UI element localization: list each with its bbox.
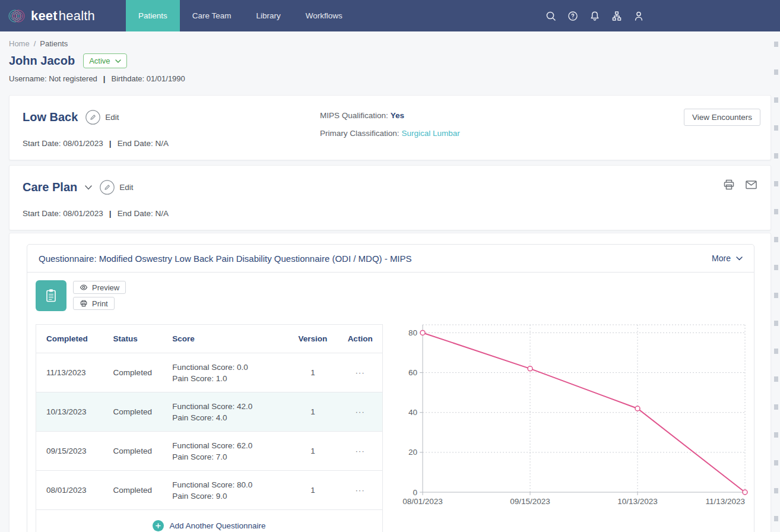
questionnaire-title: Questionnaire: Modified Oswestry Low Bac…: [39, 254, 412, 264]
questionnaire-panel: Questionnaire: Modified Oswestry Low Bac…: [27, 244, 754, 532]
questionnaire-tile: [36, 280, 66, 311]
brand[interactable]: keethealth: [0, 0, 126, 31]
row-actions-menu[interactable]: ···: [338, 368, 382, 377]
table-body: 11/13/2023 Completed Functional Score: 0…: [36, 353, 382, 509]
nav-tab-care-team[interactable]: Care Team: [180, 0, 244, 31]
cell-version: 1: [288, 446, 338, 455]
breadcrumb-home[interactable]: Home: [9, 39, 30, 48]
org-chart-icon[interactable]: [611, 10, 623, 22]
cell-completed: 11/13/2023: [36, 368, 113, 377]
care-plan-card: Care Plan Edit Start Date: 08/01/2023 | …: [9, 165, 771, 230]
help-icon[interactable]: [567, 10, 579, 22]
preview-label: Preview: [92, 283, 119, 292]
care-plan-title-row: Care Plan Edit: [23, 180, 134, 195]
cell-status: Completed: [113, 446, 173, 455]
care-plan-chevron-icon[interactable]: [85, 185, 92, 190]
search-icon[interactable]: [545, 10, 557, 22]
column-header-completed: Completed: [36, 334, 113, 343]
nav-icons: [545, 0, 645, 31]
mips-value: Yes: [391, 111, 404, 120]
cell-completed: 09/15/2023: [36, 446, 113, 455]
print-icon[interactable]: [722, 178, 735, 191]
print-button[interactable]: Print: [73, 297, 115, 310]
edit-episode-label: Edit: [105, 113, 119, 122]
dates-separator: |: [109, 209, 112, 218]
table-row: 09/15/2023 Completed Functional Score: 6…: [36, 431, 382, 470]
eye-icon: [80, 283, 88, 292]
patient-page: keethealth Patients Care Team Library Wo…: [0, 0, 780, 532]
questionnaire-header: Questionnaire: Modified Oswestry Low Bac…: [27, 245, 754, 273]
care-plan-actions: [722, 178, 758, 191]
classification-label: Primary Classification:: [320, 129, 399, 138]
keet-logo-icon: [8, 7, 26, 25]
care-plan-dates: Start Date: 08/01/2023 | End Date: N/A: [23, 209, 169, 218]
brand-name: keethealth: [31, 8, 95, 24]
add-questionnaire-button[interactable]: Add Another Questionnaire: [153, 520, 265, 531]
top-navbar: keethealth Patients Care Team Library Wo…: [0, 0, 780, 31]
patient-status-dropdown[interactable]: Active: [83, 53, 126, 68]
table-row: 08/01/2023 Completed Functional Score: 8…: [36, 470, 382, 509]
svg-text:40: 40: [408, 408, 417, 417]
svg-text:09/15/2023: 09/15/2023: [510, 497, 550, 506]
column-header-status: Status: [113, 334, 173, 343]
table-header-row: Completed Status Score Version Action: [36, 325, 382, 353]
primary-classification: Primary Classification:Surgical Lumbar: [320, 129, 460, 138]
cell-score: Functional Score: 80.0Pain Score: 9.0: [172, 479, 287, 502]
cell-status: Completed: [113, 407, 173, 416]
edit-care-plan-label: Edit: [119, 183, 133, 192]
care-plan-end-date: End Date: N/A: [118, 209, 169, 218]
nav-tab-library[interactable]: Library: [244, 0, 293, 31]
table-row: 10/13/2023 Completed Functional Score: 4…: [36, 392, 382, 431]
edit-care-plan-button[interactable]: Edit: [100, 180, 133, 195]
row-actions-menu[interactable]: ···: [338, 486, 382, 495]
nav-tab-workflows[interactable]: Workflows: [293, 0, 355, 31]
episode-card: Low Back Edit Start Date: 08/01/2023 | E…: [9, 95, 771, 160]
svg-text:20: 20: [408, 448, 417, 457]
patient-name: John Jacob: [9, 54, 75, 68]
edit-episode-button[interactable]: Edit: [85, 110, 119, 125]
profile-icon[interactable]: [633, 10, 645, 22]
episode-start-date: Start Date: 08/01/2023: [23, 139, 103, 148]
patient-header: John Jacob Active: [9, 53, 127, 68]
mips-qualification: MIPS Qualification:Yes: [320, 111, 460, 120]
content-card: Questionnaire: Modified Oswestry Low Bac…: [9, 233, 771, 532]
cell-version: 1: [288, 368, 338, 377]
questionnaire-actions: Preview Print: [73, 281, 126, 310]
cell-completed: 10/13/2023: [36, 407, 113, 416]
episode-end-date: End Date: N/A: [118, 139, 169, 148]
episode-title: Low Back: [23, 110, 78, 124]
print-label: Print: [92, 299, 108, 308]
svg-text:10/13/2023: 10/13/2023: [617, 497, 658, 506]
care-plan-start-date: Start Date: 08/01/2023: [23, 209, 103, 218]
svg-text:11/13/2023: 11/13/2023: [705, 497, 745, 506]
breadcrumb-current: Patients: [40, 39, 68, 48]
cell-version: 1: [288, 486, 338, 495]
episode-title-row: Low Back Edit: [23, 110, 119, 125]
meta-separator: |: [103, 74, 106, 83]
mips-label: MIPS Qualification:: [320, 111, 388, 120]
svg-text:60: 60: [408, 368, 417, 377]
email-icon[interactable]: [744, 178, 758, 191]
classification-value[interactable]: Surgical Lumbar: [402, 129, 460, 138]
breadcrumb-separator: /: [34, 39, 36, 48]
patient-username: Username: Not registered: [9, 74, 97, 83]
notifications-icon[interactable]: [589, 10, 601, 22]
view-encounters-button[interactable]: View Encounters: [684, 109, 760, 126]
page-scrollbar[interactable]: [774, 42, 778, 528]
row-actions-menu[interactable]: ···: [338, 446, 382, 455]
cell-status: Completed: [113, 486, 173, 495]
cell-score: Functional Score: 62.0Pain Score: 7.0: [172, 440, 287, 463]
episode-dates: Start Date: 08/01/2023 | End Date: N/A: [23, 139, 169, 148]
nav-tabs: Patients Care Team Library Workflows: [126, 0, 355, 31]
preview-button[interactable]: Preview: [73, 281, 126, 294]
table-row: 11/13/2023 Completed Functional Score: 0…: [36, 353, 382, 392]
more-dropdown[interactable]: More: [712, 254, 743, 263]
breadcrumb: Home / Patients: [9, 39, 68, 48]
table-footer: Add Another Questionnaire: [36, 509, 382, 532]
column-header-version: Version: [288, 334, 338, 343]
svg-text:80: 80: [408, 328, 417, 337]
row-actions-menu[interactable]: ···: [338, 407, 382, 416]
svg-text:0: 0: [413, 488, 417, 497]
column-header-score: Score: [172, 333, 287, 344]
nav-tab-patients[interactable]: Patients: [126, 0, 180, 31]
